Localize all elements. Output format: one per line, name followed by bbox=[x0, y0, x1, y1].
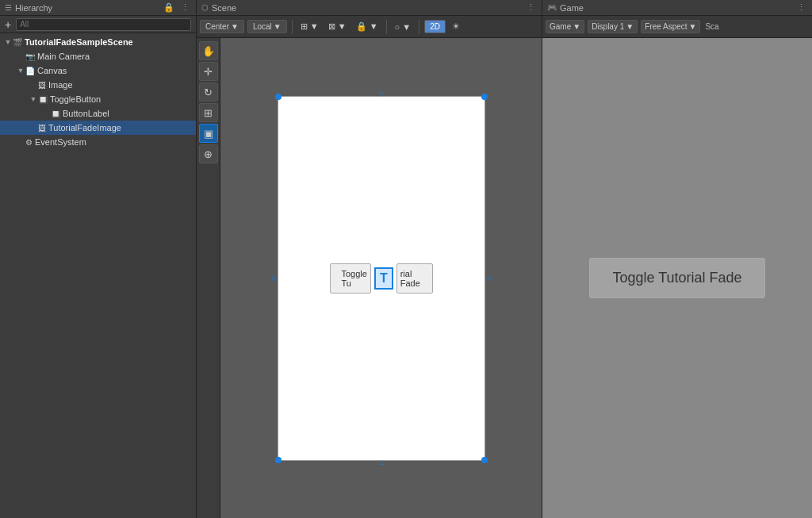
local-arrow: ▼ bbox=[274, 22, 282, 31]
toolbar-separator-2 bbox=[386, 20, 387, 34]
game-menu-btn[interactable]: ⋮ bbox=[795, 2, 807, 13]
scene-toggle-label-left: Toggle Tu bbox=[330, 263, 371, 294]
display-dropdown[interactable]: Display 1 ▼ bbox=[588, 20, 638, 33]
globe-btn[interactable]: ○ ▼ bbox=[392, 21, 415, 33]
game-label: Game bbox=[550, 22, 571, 31]
tool-rotate[interactable]: ↻ bbox=[199, 82, 218, 102]
tree-item-buttonlabel[interactable]: 🔲 ButtonLabel bbox=[0, 106, 196, 121]
tree-item-eventsystem[interactable]: ⚙ EventSystem bbox=[0, 135, 196, 149]
aspect-dropdown[interactable]: Free Aspect ▼ bbox=[641, 20, 700, 33]
tree-icon-togglebutton: 🔲 bbox=[38, 95, 48, 104]
hierarchy-header: ☰ Hierarchy 🔒 ⋮ bbox=[0, 0, 196, 16]
display-label: Display 1 bbox=[592, 22, 624, 31]
hierarchy-toolbar: + bbox=[0, 16, 196, 33]
tree-label-image: Image bbox=[48, 80, 73, 90]
scene-panel-title: Scene bbox=[212, 3, 525, 13]
tree-item-togglebutton[interactable]: ▼ 🔲 ToggleButton bbox=[0, 92, 196, 106]
game-dropdown-arrow: ▼ bbox=[573, 22, 580, 31]
scene-toggle-label-right: rial Fade bbox=[396, 263, 433, 294]
local-label: Local bbox=[253, 22, 272, 31]
tree-arrow-togglebutton: ▼ bbox=[29, 95, 38, 103]
hierarchy-title: Hierarchy bbox=[15, 3, 162, 13]
tool-rect[interactable]: ▣ bbox=[199, 124, 218, 143]
display-arrow: ▼ bbox=[626, 22, 634, 31]
hierarchy-lock-btn[interactable]: 🔒 bbox=[162, 2, 176, 13]
tree-label-maincamera: Main Camera bbox=[37, 52, 90, 61]
tree-icon-scene: 🎬 bbox=[13, 38, 22, 47]
tool-move[interactable]: ✛ bbox=[199, 62, 218, 81]
game-header-actions: ⋮ bbox=[795, 2, 807, 13]
hierarchy-header-actions: 🔒 ⋮ bbox=[162, 2, 191, 13]
hierarchy-tree: ▼ 🎬 TutorialFadeSampleScene 📷 Main Camer… bbox=[0, 33, 196, 518]
scene-header: ⬡ Scene ⋮ bbox=[197, 0, 542, 16]
tool-transform[interactable]: ⊕ bbox=[199, 144, 218, 163]
local-dropdown[interactable]: Local ▼ bbox=[247, 20, 287, 33]
handle-ml[interactable]: ▷ bbox=[270, 274, 278, 282]
tree-label-togglebutton: ToggleButton bbox=[50, 94, 101, 104]
hierarchy-panel: ☰ Hierarchy 🔒 ⋮ + ▼ 🎬 TutorialFadeSample… bbox=[0, 0, 197, 518]
lock-btn[interactable]: 🔒 ▼ bbox=[353, 20, 381, 33]
handle-bl[interactable] bbox=[275, 457, 282, 463]
toolbar-separator-1 bbox=[292, 20, 293, 34]
scene-header-actions: ⋮ bbox=[525, 2, 537, 13]
handle-br[interactable] bbox=[481, 457, 488, 463]
scene-toggle-button: Toggle Tu T rial Fade bbox=[330, 263, 433, 294]
tree-label-canvas: Canvas bbox=[37, 66, 67, 75]
handle-mr[interactable]: ◁ bbox=[485, 274, 492, 282]
game-panel: 🎮 Game ⋮ Game ▼ Display 1 ▼ Free Aspect … bbox=[542, 0, 812, 518]
tree-icon-maincamera: 📷 bbox=[25, 52, 35, 61]
game-toolbar: Game ▼ Display 1 ▼ Free Aspect ▼ Sca bbox=[542, 16, 812, 38]
scene-text-icon[interactable]: T bbox=[374, 267, 393, 290]
game-toggle-button[interactable]: Toggle Tutorial Fade bbox=[589, 258, 764, 298]
center-arrow: ▼ bbox=[231, 22, 239, 31]
tree-label-buttonlabel: ButtonLabel bbox=[63, 109, 109, 118]
handle-tm[interactable]: ▽ bbox=[377, 90, 385, 98]
tree-item-canvas[interactable]: ▼ 📄 Canvas bbox=[0, 63, 196, 78]
tree-item-maincamera[interactable]: 📷 Main Camera bbox=[0, 49, 196, 63]
hierarchy-add-btn[interactable]: + bbox=[5, 19, 11, 30]
scene-panel: ⬡ Scene ⋮ Center ▼ Local ▼ ⊞ ▼ ⊠ ▼ 🔒 ▼ ○… bbox=[197, 0, 542, 518]
hierarchy-icon: ☰ bbox=[5, 3, 12, 12]
tree-label-scene: TutorialFadeSampleScene bbox=[25, 37, 133, 47]
scene-panel-icon: ⬡ bbox=[201, 3, 209, 12]
tool-scale[interactable]: ⊞ bbox=[199, 103, 218, 122]
center-label: Center bbox=[205, 22, 229, 31]
scene-viewport: ▽ △ ▷ ◁ Toggle Tu T rial Fade bbox=[220, 38, 542, 518]
tree-item-tutorialfadeimage[interactable]: 🖼 TutorialFadeImage bbox=[0, 121, 196, 135]
aspect-label: Free Aspect bbox=[645, 22, 687, 31]
scene-canvas: ▽ △ ▷ ◁ Toggle Tu T rial Fade bbox=[278, 96, 485, 461]
tools-panel: ✋ ✛ ↻ ⊞ ▣ ⊕ bbox=[197, 38, 220, 518]
tree-label-eventsystem: EventSystem bbox=[35, 137, 86, 147]
handle-bm[interactable]: △ bbox=[377, 459, 385, 466]
tree-icon-tutorialfadeimage: 🖼 bbox=[38, 124, 46, 132]
tree-icon-buttonlabel: 🔲 bbox=[51, 109, 60, 118]
hierarchy-menu-btn[interactable]: ⋮ bbox=[179, 2, 191, 13]
toolbar-separator-3 bbox=[419, 20, 419, 34]
tree-item-scene[interactable]: ▼ 🎬 TutorialFadeSampleScene bbox=[0, 35, 196, 49]
tree-item-image[interactable]: 🖼 Image bbox=[0, 78, 196, 92]
game-icon: 🎮 bbox=[547, 3, 557, 12]
handle-tr[interactable] bbox=[481, 94, 488, 100]
tree-icon-canvas: 📄 bbox=[25, 67, 35, 75]
game-dropdown[interactable]: Game ▼ bbox=[546, 20, 584, 33]
tool-hand[interactable]: ✋ bbox=[199, 41, 218, 60]
snap-btn[interactable]: ⊠ ▼ bbox=[325, 20, 350, 33]
grid-btn[interactable]: ⊞ ▼ bbox=[297, 20, 322, 33]
aspect-arrow: ▼ bbox=[689, 22, 697, 31]
game-header: 🎮 Game ⋮ bbox=[542, 0, 812, 16]
game-panel-title: Game bbox=[560, 3, 795, 13]
center-dropdown[interactable]: Center ▼ bbox=[200, 20, 244, 33]
scene-lock-btn[interactable]: ⋮ bbox=[525, 2, 537, 13]
tree-arrow-scene: ▼ bbox=[3, 38, 13, 46]
tree-label-tutorialfadeimage: TutorialFadeImage bbox=[48, 123, 121, 132]
game-viewport: Toggle Tutorial Fade bbox=[542, 38, 812, 518]
btn-2d[interactable]: 2D bbox=[424, 20, 446, 33]
tree-arrow-canvas: ▼ bbox=[16, 67, 25, 75]
light-btn[interactable]: ☀ bbox=[449, 20, 463, 33]
tree-icon-eventsystem: ⚙ bbox=[25, 138, 33, 147]
scene-toolbar: Center ▼ Local ▼ ⊞ ▼ ⊠ ▼ 🔒 ▼ ○ ▼ 2D ☀ bbox=[197, 16, 542, 38]
scale-label: Sca bbox=[705, 22, 718, 31]
handle-tl[interactable] bbox=[275, 94, 282, 100]
tree-icon-image: 🖼 bbox=[38, 81, 46, 90]
hierarchy-search-input[interactable] bbox=[16, 18, 191, 31]
